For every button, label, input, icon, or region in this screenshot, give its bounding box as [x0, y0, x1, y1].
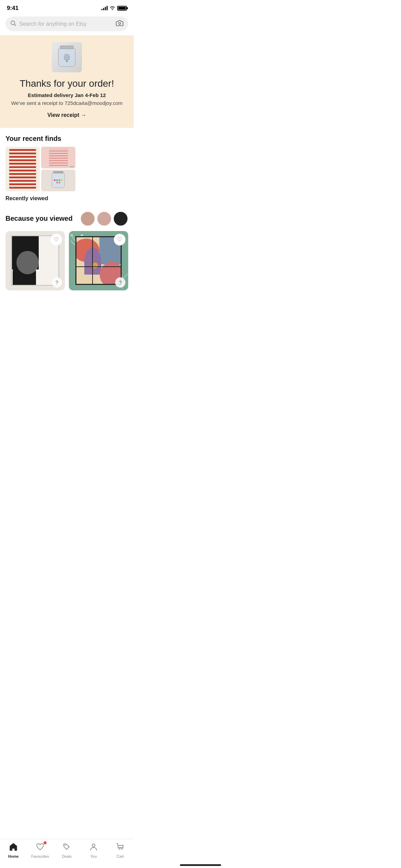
main-content: Your recent finds Wient Wient — [0, 128, 134, 329]
question-icon-2: ? — [119, 280, 122, 285]
question-btn-1[interactable]: ? — [52, 277, 62, 288]
product-grid: ♡ ? — [5, 231, 128, 297]
wifi-icon — [110, 5, 115, 11]
recent-finds-grid: Wient Wient — [5, 147, 84, 191]
because-thumb-1[interactable] — [80, 211, 95, 226]
search-bar[interactable]: Search for anything on Etsy — [5, 16, 128, 31]
product-card-2[interactable]: ♡ ? — [69, 231, 128, 290]
recent-small-image-bottom[interactable] — [41, 170, 75, 191]
because-thumb-3[interactable] — [113, 211, 128, 226]
view-receipt-link[interactable]: View receipt → — [47, 112, 86, 118]
order-banner: Luke'sGamingSnacks🎮 Thanks for your orde… — [0, 35, 134, 128]
because-thumb-2[interactable] — [97, 211, 112, 226]
status-bar: 9:41 — [0, 0, 134, 14]
because-thumbnails — [80, 211, 128, 226]
order-email: We've sent a receipt to 725dca4a@moodjoy… — [11, 100, 122, 106]
recent-finds-title: Your recent finds — [5, 128, 128, 147]
svg-line-1 — [14, 24, 16, 26]
because-title: Because you viewed — [5, 215, 73, 222]
order-title: Thanks for your order! — [20, 78, 114, 89]
search-placeholder: Search for anything on Etsy — [19, 21, 113, 27]
battery-icon — [117, 6, 127, 11]
product-image-2: ♡ ? — [69, 231, 128, 290]
svg-point-2 — [119, 23, 121, 25]
question-icon-1: ? — [56, 280, 58, 285]
recent-small-image-top[interactable]: Wient — [41, 147, 75, 168]
favourite-btn-2[interactable]: ♡ — [114, 234, 125, 245]
camera-icon[interactable] — [116, 20, 123, 28]
favourite-btn-1[interactable]: ♡ — [50, 234, 62, 245]
search-icon — [10, 20, 16, 28]
heart-icon-2: ♡ — [117, 236, 122, 243]
order-delivery: Estimated delivery Jan 4-Feb 12 — [28, 92, 106, 98]
recent-main-image[interactable]: Wient — [5, 147, 40, 191]
product-image-1: ♡ ? — [5, 231, 65, 290]
because-you-viewed-section: Because you viewed — [5, 203, 128, 301]
because-header: Because you viewed — [5, 211, 128, 226]
search-container: Search for anything on Etsy — [0, 14, 134, 35]
status-time: 9:41 — [7, 5, 19, 12]
heart-icon-1: ♡ — [54, 236, 59, 243]
signal-icon — [101, 6, 108, 10]
question-btn-2[interactable]: ? — [115, 277, 125, 288]
product-card-1[interactable]: ♡ ? — [5, 231, 65, 290]
order-product-image: Luke'sGamingSnacks🎮 — [52, 42, 82, 72]
status-icons — [101, 5, 127, 11]
svg-point-3 — [70, 234, 73, 236]
recently-viewed-label: Recently viewed — [5, 191, 128, 203]
